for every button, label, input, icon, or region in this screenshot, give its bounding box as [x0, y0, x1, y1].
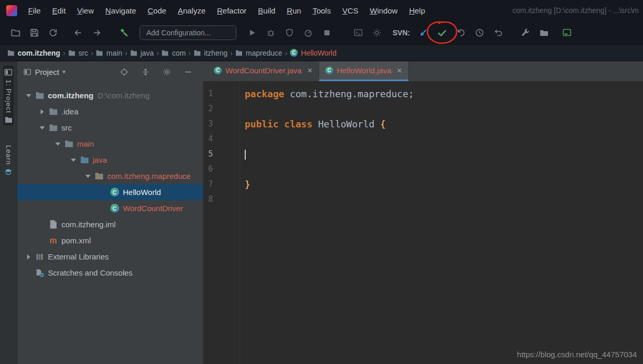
console-tool-button[interactable] [349, 25, 368, 41]
tree-item-pom[interactable]: m pom.xml [17, 232, 203, 249]
show-in-explorer-button[interactable] [535, 25, 553, 41]
menu-analyze[interactable]: Analyze [172, 4, 211, 17]
collapse-all-icon [141, 68, 150, 76]
back-button[interactable] [69, 25, 87, 41]
package-icon [94, 172, 104, 181]
tree-item-root[interactable]: com.itzheng D:\com.itzheng [17, 87, 203, 103]
collapse-all-button[interactable] [141, 68, 150, 76]
save-all-button[interactable] [25, 25, 44, 41]
line-number: 2 [203, 101, 239, 116]
debug-button[interactable] [261, 25, 280, 41]
tab-helloworld[interactable]: C HelloWorld.java × [319, 61, 409, 81]
tab-wordcountdriver[interactable]: C WordCountDriver.java × [208, 61, 319, 81]
breadcrumb-item[interactable]: com [160, 49, 186, 57]
forward-arrow-icon [92, 28, 102, 38]
menu-vcs[interactable]: VCS [336, 4, 364, 17]
profiler-button[interactable] [299, 25, 318, 41]
settings-sync-button[interactable] [368, 25, 386, 41]
breadcrumb-item[interactable]: java [129, 49, 155, 57]
locate-file-button[interactable] [120, 68, 129, 76]
tree-item-iml[interactable]: com.itzheng.iml [17, 216, 203, 232]
tree-item-external-libraries[interactable]: External Libraries [17, 249, 203, 265]
chevron-down-icon[interactable] [40, 126, 45, 129]
menu-refactor[interactable]: Refactor [211, 4, 253, 17]
chevron-down-icon[interactable] [26, 94, 31, 97]
rollback-button[interactable] [451, 25, 470, 41]
breadcrumb-item-helloworld[interactable]: C HelloWorld [289, 49, 337, 57]
chevron-right-icon: › [89, 48, 95, 57]
terminal-button[interactable] [558, 25, 576, 41]
breadcrumb-item[interactable]: com.itzheng [6, 49, 61, 57]
panel-settings-button[interactable] [162, 68, 171, 76]
menu-navigate[interactable]: Navigate [99, 4, 142, 17]
stop-button[interactable] [318, 25, 336, 41]
navigation-bar: com.itzheng › src › main › java › com › … [0, 45, 643, 61]
folder-icon [5, 116, 12, 123]
breadcrumb-item[interactable]: main [95, 49, 123, 57]
chevron-down-icon[interactable] [85, 175, 91, 178]
folder-icon [7, 50, 15, 56]
terminal-icon [562, 28, 572, 38]
hide-panel-button[interactable] [184, 68, 193, 76]
learn-stripe-label: Learn [5, 145, 12, 165]
tree-item-package[interactable]: com.itzheng.mapreduce [17, 168, 203, 184]
chevron-right-icon: › [123, 48, 129, 57]
tree-item-wordcountdriver[interactable]: C WordCountDriver [17, 200, 203, 216]
toolwindow-button-project[interactable]: 1: Project [3, 66, 14, 126]
menu-build[interactable]: Build [252, 4, 281, 17]
code-content[interactable]: package com.itzheng.mapreduce; public cl… [240, 81, 643, 364]
breadcrumb-item[interactable]: src [67, 49, 90, 57]
open-button[interactable] [6, 25, 25, 41]
breadcrumb-item[interactable]: itzheng [193, 49, 229, 57]
commit-button[interactable] [433, 25, 451, 41]
synchronize-button[interactable] [44, 25, 62, 41]
breadcrumb-item[interactable]: mapreduce [234, 49, 283, 57]
menu-file[interactable]: File [22, 4, 46, 17]
menu-tools[interactable]: Tools [307, 4, 336, 17]
close-icon[interactable]: × [307, 67, 312, 75]
chevron-right-icon[interactable] [27, 254, 30, 259]
code-line-3: public class HelloWorld { [245, 116, 643, 132]
window-title: com.itzheng [D:\com.itzheng] - ...\src\m [512, 6, 639, 15]
tree-item-main[interactable]: main [17, 136, 203, 152]
build-button[interactable] [115, 25, 133, 41]
project-panel-header[interactable]: Project ▾ [17, 61, 203, 82]
undo-button[interactable] [489, 25, 508, 41]
update-project-button[interactable] [414, 25, 433, 41]
text-caret [245, 150, 246, 160]
menu-help[interactable]: Help [404, 4, 431, 17]
breadcrumb-label: java [141, 49, 154, 57]
tree-item-scratches[interactable]: Scratches and Consoles [17, 265, 203, 281]
toolwindow-button-learn[interactable]: Learn [3, 139, 14, 179]
back-arrow-icon [73, 28, 83, 38]
tree-item-idea[interactable]: .idea [17, 103, 203, 120]
run-configuration-selector[interactable]: Add Configuration... [140, 25, 236, 40]
tree-label: com.itzheng.iml [61, 220, 116, 229]
breadcrumb-label: mapreduce [246, 49, 282, 57]
tree-item-helloworld[interactable]: C HelloWorld [17, 184, 203, 200]
editor-area: C WordCountDriver.java × C HelloWorld.ja… [203, 61, 643, 364]
tree-item-java[interactable]: java [17, 152, 203, 168]
run-with-coverage-button[interactable] [280, 25, 299, 41]
run-button[interactable] [243, 25, 261, 41]
left-tool-stripe: 1: Project Learn [0, 61, 17, 364]
menu-run[interactable]: Run [281, 4, 307, 17]
chevron-down-icon[interactable] [55, 142, 60, 146]
tab-label: HelloWorld.java [337, 66, 392, 75]
menu-window[interactable]: Window [364, 4, 403, 17]
rollback-arrow-icon [456, 28, 466, 38]
menu-edit[interactable]: Edit [46, 4, 71, 17]
tree-item-src[interactable]: src [17, 120, 203, 136]
project-structure-button[interactable] [516, 25, 535, 41]
chevron-down-icon[interactable] [71, 159, 76, 162]
tree-path-suffix: D:\com.itzheng [98, 91, 150, 100]
close-icon[interactable]: × [397, 67, 402, 75]
forward-button[interactable] [87, 25, 106, 41]
editor-body[interactable]: 1 2 3 4 5 6 7 8 package com.itzheng.mapr… [203, 81, 643, 364]
chevron-right-icon[interactable] [41, 109, 44, 114]
minimize-icon [184, 68, 193, 76]
folder-icon [161, 50, 169, 56]
history-button[interactable] [470, 25, 489, 41]
menu-code[interactable]: Code [142, 4, 172, 17]
menu-view[interactable]: View [71, 4, 99, 17]
